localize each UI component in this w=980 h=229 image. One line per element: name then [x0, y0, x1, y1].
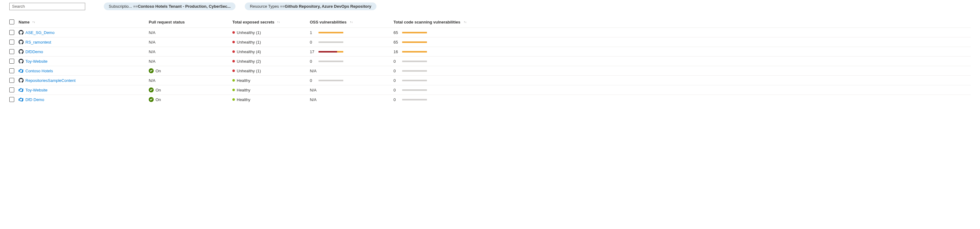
- github-icon: [19, 30, 24, 35]
- table-row: ASE_SG_DemoN/AUnhealthy (1)165: [9, 27, 971, 37]
- secrets-status-label: Unhealthy (4): [237, 49, 261, 54]
- repository-link[interactable]: DfDDemo: [25, 49, 43, 54]
- check-circle-icon: [149, 87, 154, 92]
- column-header-code-scanning[interactable]: Total code scanning vulnerabilities ↑↓: [393, 20, 477, 24]
- repository-link[interactable]: Toy-Website: [25, 59, 48, 64]
- unhealthy-status-icon: [232, 69, 235, 72]
- azure-devops-icon: [19, 97, 24, 102]
- row-checkbox[interactable]: [9, 87, 14, 92]
- code-vuln-count: 65: [393, 30, 400, 35]
- table-row: Contoso HotelsOnUnhealthy (1)N/A0: [9, 66, 971, 76]
- unhealthy-status-icon: [232, 31, 235, 34]
- unhealthy-status-icon: [232, 60, 235, 62]
- row-checkbox[interactable]: [9, 78, 14, 83]
- check-circle-icon: [149, 97, 154, 102]
- pr-status-label: On: [156, 97, 161, 102]
- unhealthy-status-icon: [232, 41, 235, 43]
- oss-vuln-count: 0: [310, 59, 316, 64]
- sort-icon: ↑↓: [32, 21, 35, 23]
- table-header: Name ↑↓ Pull request status Total expose…: [9, 16, 971, 27]
- github-icon: [19, 39, 24, 44]
- filter-value: Github Repository, Azure DevOps Reposito…: [285, 4, 371, 9]
- oss-vuln-count: 0: [310, 40, 316, 44]
- pr-status-label: N/A: [149, 30, 156, 35]
- oss-vuln-count: N/A: [310, 97, 317, 102]
- code-vuln-bar: [402, 60, 427, 62]
- sort-icon: ↑↓: [350, 21, 353, 23]
- pr-status-label: On: [156, 88, 161, 92]
- repository-link[interactable]: Toy-Website: [25, 88, 48, 92]
- code-vuln-bar: [402, 41, 427, 43]
- oss-vuln-bar: [318, 51, 343, 52]
- table-row: RS_ramontestN/AUnhealthy (1)065: [9, 37, 971, 47]
- filter-prefix: Subscriptio... ==: [109, 4, 138, 9]
- azure-devops-icon: [19, 87, 24, 92]
- row-checkbox[interactable]: [9, 30, 14, 35]
- code-vuln-bar: [402, 32, 427, 33]
- secrets-status-label: Unhealthy (1): [237, 40, 261, 44]
- pr-status-label: On: [156, 69, 161, 73]
- filter-pill[interactable]: Subscriptio... == Contoso Hotels Tenant …: [104, 3, 235, 10]
- oss-vuln-bar: [318, 32, 343, 33]
- code-vuln-count: 65: [393, 40, 400, 44]
- secrets-status-label: Unhealthy (1): [237, 30, 261, 35]
- column-header-pr-status[interactable]: Pull request status: [149, 20, 232, 24]
- filter-prefix: Resource Types ==: [250, 4, 285, 9]
- secrets-status-label: Unhealthy (2): [237, 59, 261, 64]
- healthy-status-icon: [232, 98, 235, 101]
- row-checkbox[interactable]: [9, 39, 14, 44]
- code-vuln-count: 0: [393, 97, 400, 102]
- oss-vuln-count: N/A: [310, 69, 317, 73]
- code-vuln-bar: [402, 89, 427, 91]
- secrets-status-label: Healthy: [237, 88, 250, 92]
- oss-vuln-count: N/A: [310, 88, 317, 92]
- oss-vuln-bar: [318, 41, 343, 43]
- oss-vuln-bar: [318, 80, 343, 81]
- code-vuln-count: 0: [393, 69, 400, 73]
- secrets-status-label: Healthy: [237, 78, 250, 83]
- azure-devops-icon: [19, 68, 24, 73]
- column-header-secrets[interactable]: Total exposed secrets ↑↓: [232, 20, 310, 24]
- select-all-checkbox[interactable]: [9, 19, 14, 24]
- repository-link[interactable]: Contoso Hotels: [25, 69, 53, 73]
- column-header-name[interactable]: Name ↑↓: [19, 20, 149, 24]
- repository-link[interactable]: RS_ramontest: [25, 40, 51, 44]
- oss-vuln-count: 1: [310, 30, 316, 35]
- filter-value: Contoso Hotels Tenant - Production, Cybe…: [138, 4, 231, 9]
- sort-icon: ↑↓: [277, 21, 280, 23]
- search-input[interactable]: [9, 3, 85, 10]
- repositories-table: Name ↑↓ Pull request status Total expose…: [9, 16, 971, 104]
- code-vuln-count: 0: [393, 59, 400, 64]
- row-checkbox[interactable]: [9, 49, 14, 54]
- oss-vuln-count: 0: [310, 78, 316, 83]
- code-vuln-count: 0: [393, 88, 400, 92]
- github-icon: [19, 78, 24, 83]
- github-icon: [19, 49, 24, 54]
- repository-link[interactable]: DfD Demo: [25, 97, 44, 102]
- code-vuln-bar: [402, 51, 427, 52]
- table-row: RepositoriesSampleContentN/AHealthy00: [9, 76, 971, 85]
- oss-vuln-count: 17: [310, 49, 316, 54]
- pr-status-label: N/A: [149, 59, 156, 64]
- row-checkbox[interactable]: [9, 97, 14, 102]
- unhealthy-status-icon: [232, 51, 235, 53]
- repository-link[interactable]: RepositoriesSampleContent: [25, 78, 76, 83]
- row-checkbox[interactable]: [9, 59, 14, 64]
- column-header-oss[interactable]: OSS vulnerabilities ↑↓: [310, 20, 393, 24]
- code-vuln-bar: [402, 70, 427, 72]
- secrets-status-label: Healthy: [237, 97, 250, 102]
- code-vuln-count: 16: [393, 49, 400, 54]
- sort-icon: ↑↓: [464, 21, 467, 23]
- code-vuln-count: 0: [393, 78, 400, 83]
- filter-pill[interactable]: Resource Types == Github Repository, Azu…: [245, 3, 376, 10]
- code-vuln-bar: [402, 99, 427, 100]
- table-row: Toy-WebsiteN/AUnhealthy (2)00: [9, 56, 971, 66]
- check-circle-icon: [149, 68, 154, 73]
- repository-link[interactable]: ASE_SG_Demo: [25, 30, 54, 35]
- row-checkbox[interactable]: [9, 68, 14, 73]
- table-row: Toy-WebsiteOnHealthyN/A0: [9, 85, 971, 95]
- oss-vuln-bar: [318, 60, 343, 62]
- table-row: DfD DemoOnHealthyN/A0: [9, 95, 971, 104]
- healthy-status-icon: [232, 89, 235, 91]
- pr-status-label: N/A: [149, 40, 156, 44]
